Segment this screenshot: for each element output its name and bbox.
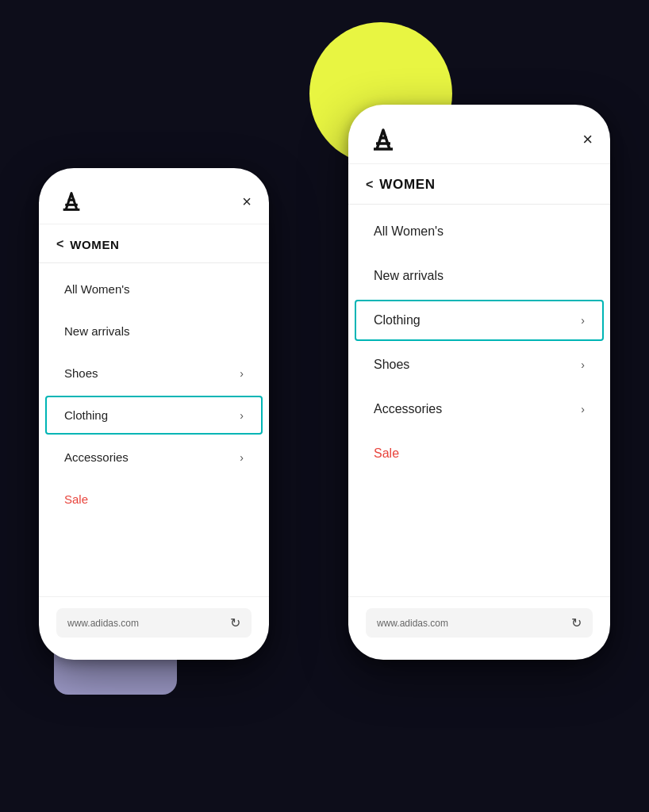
menu-item-all-womens-left[interactable]: All Women's xyxy=(45,270,263,308)
refresh-button-right[interactable]: ↻ xyxy=(571,615,582,630)
menu-item-new-arrivals-right[interactable]: New arrivals xyxy=(355,255,604,297)
section-header-right: < WOMEN xyxy=(348,164,610,205)
menu-item-shoes-left[interactable]: Shoes › xyxy=(45,354,263,393)
phone-right: × < WOMEN All Women's New arrivals Cloth… xyxy=(348,105,610,660)
adidas-logo-svg-left xyxy=(56,190,86,213)
chevron-icon: › xyxy=(240,367,244,380)
menu-list-right: All Women's New arrivals Clothing › Shoe… xyxy=(348,205,610,596)
phone-right-header: × xyxy=(348,105,610,164)
menu-item-label: Sale xyxy=(374,446,399,461)
back-button-left[interactable]: < xyxy=(56,237,63,251)
refresh-button-left[interactable]: ↻ xyxy=(230,615,240,630)
menu-item-accessories-right[interactable]: Accessories › xyxy=(355,389,604,430)
adidas-logo-svg-right xyxy=(366,127,401,152)
adidas-logo-left xyxy=(56,190,86,213)
url-text-right: www.adidas.com xyxy=(377,618,448,629)
chevron-icon: › xyxy=(581,358,585,371)
menu-list-left: All Women's New arrivals Shoes › Clothin… xyxy=(39,263,269,596)
menu-item-all-womens-right[interactable]: All Women's xyxy=(355,211,604,252)
chevron-icon: › xyxy=(240,451,244,464)
menu-item-label: Clothing xyxy=(374,313,421,327)
menu-item-label: New arrivals xyxy=(64,324,130,338)
menu-item-accessories-left[interactable]: Accessories › xyxy=(45,438,263,477)
phone-left-header: × xyxy=(39,168,269,224)
chevron-icon: › xyxy=(581,403,585,416)
phones-container: × < WOMEN All Women's New arrivals Shoes… xyxy=(23,41,626,771)
menu-item-label: Accessories xyxy=(64,450,129,464)
phone-right-footer: www.adidas.com ↻ xyxy=(348,596,610,660)
menu-item-shoes-right[interactable]: Shoes › xyxy=(355,344,604,385)
chevron-icon: › xyxy=(581,314,585,327)
menu-item-label: All Women's xyxy=(374,224,444,239)
menu-item-sale-right[interactable]: Sale xyxy=(355,433,604,474)
phone-left: × < WOMEN All Women's New arrivals Shoes… xyxy=(39,168,269,660)
back-button-right[interactable]: < xyxy=(366,178,373,192)
url-bar-right: www.adidas.com ↻ xyxy=(366,608,593,638)
close-button-left[interactable]: × xyxy=(242,193,252,209)
menu-item-label: Shoes xyxy=(64,366,98,380)
menu-item-label: Clothing xyxy=(64,408,108,422)
menu-item-label: New arrivals xyxy=(374,269,444,283)
section-header-left: < WOMEN xyxy=(39,224,269,263)
menu-item-sale-left[interactable]: Sale xyxy=(45,480,263,519)
url-bar-left: www.adidas.com ↻ xyxy=(56,608,252,638)
menu-item-label: Shoes xyxy=(374,358,409,372)
close-button-right[interactable]: × xyxy=(582,131,593,148)
chevron-icon: › xyxy=(240,409,244,422)
url-text-left: www.adidas.com xyxy=(67,618,139,629)
menu-item-label: Accessories xyxy=(374,402,442,416)
section-title-left: WOMEN xyxy=(70,238,119,251)
phone-left-footer: www.adidas.com ↻ xyxy=(39,596,269,660)
section-title-right: WOMEN xyxy=(379,177,435,193)
menu-item-new-arrivals-left[interactable]: New arrivals xyxy=(45,312,263,350)
adidas-logo-right xyxy=(366,127,401,152)
menu-item-label: Sale xyxy=(64,492,88,506)
menu-item-label: All Women's xyxy=(64,282,130,296)
menu-item-clothing-right[interactable]: Clothing › xyxy=(355,300,604,341)
menu-item-clothing-left[interactable]: Clothing › xyxy=(45,396,263,435)
